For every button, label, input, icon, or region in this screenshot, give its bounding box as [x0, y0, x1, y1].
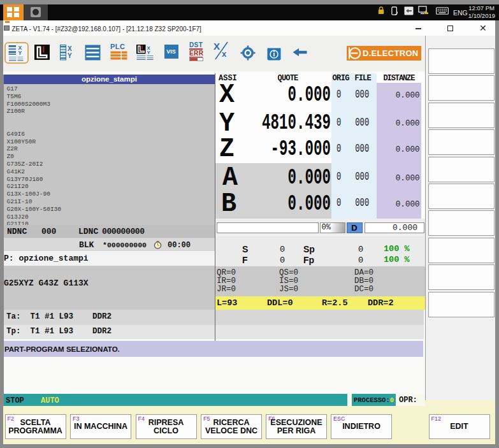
svg-text:X: X: [68, 45, 72, 52]
svg-text:Y: Y: [147, 50, 150, 55]
svg-text:Y: Y: [18, 49, 22, 55]
svg-text:Y: Y: [68, 52, 72, 59]
